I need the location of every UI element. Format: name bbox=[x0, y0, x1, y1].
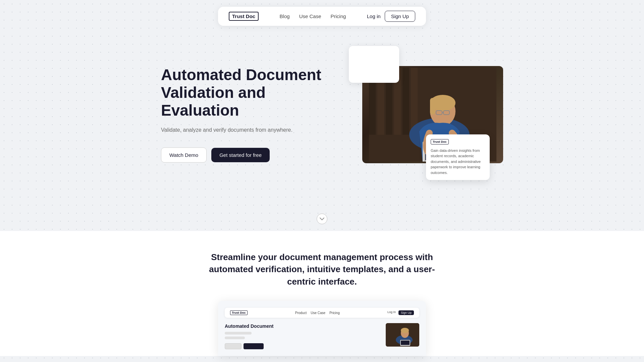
navbar: Trust Doc Blog Use Case Pricing Log in S… bbox=[218, 7, 426, 26]
svg-rect-25 bbox=[401, 341, 410, 345]
info-card-brand: Trust Doc bbox=[433, 140, 447, 143]
mini-login: Log In bbox=[387, 310, 396, 315]
hero-right: Trust Doc Gain data-driven insights from… bbox=[342, 46, 483, 193]
mini-hero-image bbox=[386, 323, 419, 347]
mini-btn1 bbox=[225, 343, 241, 349]
svg-point-23 bbox=[401, 328, 409, 333]
login-button[interactable]: Log in bbox=[367, 13, 381, 19]
svg-rect-5 bbox=[402, 68, 409, 135]
hero-section: Automated Document Validation and Evalua… bbox=[121, 26, 523, 207]
info-card-logo: Trust Doc bbox=[431, 139, 449, 144]
mini-nav-links: Product Use Case Pricing bbox=[254, 311, 381, 315]
mini-btn2 bbox=[244, 343, 264, 349]
scroll-indicator bbox=[0, 207, 644, 231]
hero-subtitle: Validate, analyze and verify documents f… bbox=[161, 126, 322, 134]
mini-actions: Log In Sign Up bbox=[387, 310, 414, 315]
mini-signup: Sign Up bbox=[398, 310, 414, 315]
mini-hero-area: Automated Document bbox=[225, 323, 419, 349]
brand-logo[interactable]: Trust Doc bbox=[229, 12, 259, 21]
mini-person-icon bbox=[386, 323, 419, 347]
mini-subtitle-bar2 bbox=[225, 337, 245, 339]
mini-hero-title: Automated Document bbox=[225, 323, 382, 329]
section2-screenshot: Trust Doc Product Use Case Pricing Log I… bbox=[218, 301, 426, 356]
section2: Streamline your document management proc… bbox=[0, 231, 644, 356]
mini-navbar: Trust Doc Product Use Case Pricing Log I… bbox=[225, 308, 419, 318]
watch-demo-button[interactable]: Watch Demo bbox=[161, 147, 207, 163]
nav-pricing[interactable]: Pricing bbox=[330, 13, 346, 19]
navbar-wrapper: Trust Doc Blog Use Case Pricing Log in S… bbox=[0, 0, 644, 26]
get-started-button[interactable]: Get started for free bbox=[211, 148, 270, 162]
brand-name: Trust Doc bbox=[232, 13, 255, 19]
nav-actions: Log in Sign Up bbox=[367, 11, 415, 22]
mini-buttons bbox=[225, 343, 382, 349]
hero-info-card: Trust Doc Gain data-driven insights from… bbox=[426, 134, 490, 180]
mini-nav-use-case: Use Case bbox=[311, 311, 325, 315]
mini-nav-pricing: Pricing bbox=[329, 311, 340, 315]
hero-buttons: Watch Demo Get started for free bbox=[161, 147, 322, 163]
mini-nav-product: Product bbox=[295, 311, 307, 315]
info-card-text: Gain data-driven insights from student r… bbox=[431, 148, 485, 176]
mini-logo: Trust Doc bbox=[230, 310, 248, 315]
section2-title: Streamline your document management proc… bbox=[198, 251, 446, 288]
hero-title: Automated Document Validation and Evalua… bbox=[161, 66, 322, 119]
mini-hero-left: Automated Document bbox=[225, 323, 382, 349]
svg-rect-10 bbox=[430, 98, 435, 115]
mini-subtitle-bar bbox=[225, 332, 252, 335]
nav-links: Blog Use Case Pricing bbox=[272, 13, 354, 19]
signup-button[interactable]: Sign Up bbox=[385, 11, 415, 22]
hero-top-card bbox=[349, 46, 399, 83]
chevron-down-icon bbox=[320, 218, 324, 221]
hero-left: Automated Document Validation and Evalua… bbox=[161, 46, 322, 163]
scroll-down-button[interactable] bbox=[317, 214, 327, 224]
nav-blog[interactable]: Blog bbox=[280, 13, 290, 19]
nav-use-case[interactable]: Use Case bbox=[299, 13, 321, 19]
